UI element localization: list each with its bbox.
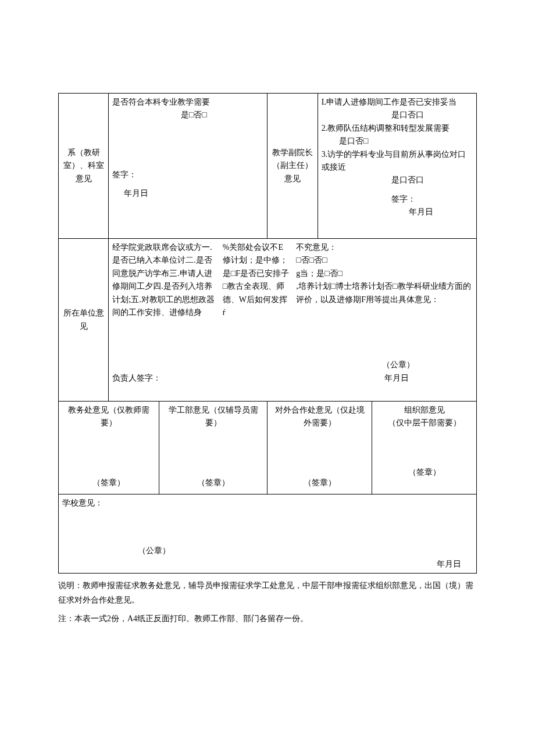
- text: 2.教师队伍结构调整和转型发展需要: [322, 122, 473, 135]
- dept-opinion-content: 是否符合本科专业教学需要 是□否□ 签字： 年月日: [109, 94, 268, 239]
- label: 学校意见：: [62, 497, 473, 510]
- text: 是口否□: [322, 135, 473, 148]
- text: 是口否口: [322, 109, 473, 121]
- date-label: 年月日: [220, 372, 473, 385]
- header: 学工部意见（仅辅导员需要）: [163, 404, 264, 430]
- foreign-opinion: 对外合作处意见（仅赴境外需要） （签章）: [268, 402, 372, 495]
- dept-opinion-label: 系（教研室）、科室意见: [59, 94, 109, 239]
- text: 是否符合本科专业教学需要: [112, 96, 263, 109]
- text: 3.访学的学科专业与目前所从事岗位对口或接近: [322, 148, 473, 174]
- text: 是□否□: [112, 109, 263, 121]
- seal-label: （签章）: [376, 466, 473, 479]
- xuegong-opinion: 学工部意见（仅辅导员需要） （签章）: [159, 402, 268, 495]
- text: %关部处会议不E修计划；是中修；是□F是否已安排子□教古全表现、师德、W后如何发…: [219, 239, 293, 321]
- text: 经学院党政联席会议或方一.是否已纳入本单位讨二.是否同意脱产访学布三.申请人进修…: [109, 239, 219, 321]
- footer-explanation: 说明：教师申报需征求教务处意见，辅导员申报需征求学工处意见，中层干部申报需征求组…: [58, 578, 477, 607]
- seal-label: （公章）: [62, 544, 473, 557]
- table-row: 学校意见： （公章） 年月日: [59, 495, 477, 574]
- vice-dean-content: L申请人进修期间工作是否已安排妥当 是口否口 2.教师队伍结构调整和转型发展需要…: [318, 94, 476, 239]
- table-row: 系（教研室）、科室意见 是否符合本科专业教学需要 是□否□ 签字： 年月日 教学…: [59, 94, 477, 239]
- text: 不究意见： □否□否□ g当；是□否□ ,培养计划□博士培养计划否□教学科研业绩…: [293, 239, 476, 321]
- text: L申请人进修期间工作是否已安排妥当: [322, 96, 473, 109]
- unit-opinion-content: 经学院党政联席会议或方一.是否已纳入本单位讨二.是否同意脱产访学布三.申请人进修…: [109, 239, 477, 402]
- signature-label: 负责人签字：: [112, 372, 220, 385]
- footer-note: 注：本表一式2份，A4纸正反面打印。教师工作部、部门各留存一份。: [58, 611, 477, 626]
- vice-dean-label: 教学副院长（副主任）意见: [268, 94, 318, 239]
- signature-label: 签字：: [112, 169, 263, 181]
- unit-opinion-label: 所在单位意见: [59, 239, 109, 402]
- seal-label: （签章）: [271, 476, 368, 489]
- header: 对外合作处意见（仅赴境外需要）: [271, 404, 368, 430]
- date-label: 年月日: [322, 206, 473, 218]
- zuzhi-opinion: 组织部意见 （仅中层干部需要） （签章）: [372, 402, 477, 495]
- header: 教务处意见（仅教师需要）: [62, 404, 155, 430]
- header: 组织部意见 （仅中层干部需要）: [376, 404, 473, 430]
- approval-form-table: 系（教研室）、科室意见 是否符合本科专业教学需要 是□否□ 签字： 年月日 教学…: [58, 93, 477, 574]
- table-row: 所在单位意见 经学院党政联席会议或方一.是否已纳入本单位讨二.是否同意脱产访学布…: [59, 239, 477, 402]
- table-row: 教务处意见（仅教师需要） （签章） 学工部意见（仅辅导员需要） （签章） 对外合…: [59, 402, 477, 495]
- date-label: 年月日: [62, 558, 473, 571]
- seal-label: （签章）: [62, 476, 155, 489]
- signature-label: 签字：: [322, 193, 473, 206]
- date-label: 年月日: [112, 187, 263, 200]
- school-opinion: 学校意见： （公章） 年月日: [59, 495, 477, 574]
- seal-label: （公章）: [112, 359, 473, 371]
- seal-label: （签章）: [163, 476, 264, 489]
- jiaowu-opinion: 教务处意见（仅教师需要） （签章）: [59, 402, 159, 495]
- text: 是口否口: [322, 174, 473, 187]
